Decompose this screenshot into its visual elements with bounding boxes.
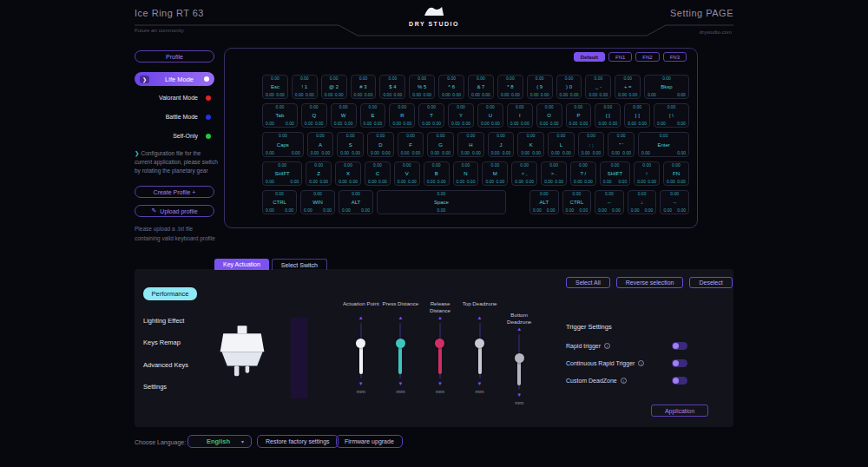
key-r[interactable]: 0.00R0.000.00 bbox=[389, 103, 415, 128]
key-space[interactable]: 0.00Space0.00 bbox=[377, 190, 506, 214]
reverse-selection-button[interactable]: Reverse selection bbox=[616, 277, 684, 288]
key-9[interactable]: 0.00( 90.000.00 bbox=[527, 75, 553, 99]
key-1[interactable]: 0.00! 10.000.00 bbox=[292, 75, 318, 99]
key-o[interactable]: 0.00O0.000.00 bbox=[536, 103, 562, 128]
nav-item-performance[interactable]: Performance bbox=[143, 287, 197, 300]
application-button[interactable]: Application bbox=[651, 405, 708, 417]
key-key[interactable]: 0.00" '0.000.00 bbox=[608, 132, 635, 156]
profile-button[interactable]: Profile bbox=[135, 50, 214, 62]
toggle-continuous-rapid-trigger[interactable] bbox=[672, 359, 687, 367]
key-ctrl[interactable]: 0.00CTRL0.000.00 bbox=[562, 190, 592, 214]
key-8[interactable]: 0.00* 80.000.00 bbox=[497, 75, 523, 99]
key-key[interactable]: 0.00: ;0.000.00 bbox=[578, 132, 605, 156]
key-key[interactable]: 0.00←0.000.00 bbox=[595, 190, 624, 214]
key-key[interactable]: 0.00> .0.000.00 bbox=[541, 161, 567, 186]
key-p[interactable]: 0.00P0.000.00 bbox=[566, 103, 592, 128]
mode-item-self-only[interactable]: Self-Only bbox=[135, 130, 214, 141]
slider-down-button[interactable]: ▼ bbox=[514, 391, 524, 398]
slider-knob[interactable] bbox=[475, 339, 484, 348]
nav-item-lighting-effect[interactable]: Lighting Effect bbox=[143, 316, 197, 326]
key-n[interactable]: 0.00N0.000.00 bbox=[453, 161, 479, 186]
key-b[interactable]: 0.00B0.000.00 bbox=[424, 161, 450, 186]
slider-track[interactable] bbox=[513, 334, 525, 390]
slider-knob[interactable] bbox=[356, 339, 365, 348]
key-key[interactable]: 0.00_ -0.000.00 bbox=[585, 75, 611, 99]
mode-item-life-mode[interactable]: ❯Life Mode bbox=[135, 72, 214, 86]
info-icon[interactable]: i bbox=[604, 343, 610, 349]
key-t[interactable]: 0.00T0.000.00 bbox=[418, 103, 444, 128]
key-alt[interactable]: 0.00ALT0.000.00 bbox=[529, 190, 559, 214]
key-caps[interactable]: 0.00Caps0.000.00 bbox=[262, 132, 304, 156]
key-2[interactable]: 0.00@ 20.000.00 bbox=[321, 75, 347, 99]
slider-knob[interactable] bbox=[396, 339, 405, 348]
key-fn[interactable]: 0.00FN0.000.00 bbox=[663, 161, 689, 186]
key-i[interactable]: 0.00I0.000.00 bbox=[507, 103, 533, 128]
toggle-custom-deadzone[interactable] bbox=[672, 377, 687, 385]
key-shift[interactable]: 0.00SHIFT0.000.00 bbox=[262, 161, 302, 186]
restore-factory-button[interactable]: Restore factory settings bbox=[257, 435, 339, 448]
key-x[interactable]: 0.00X0.000.00 bbox=[335, 161, 361, 186]
key-7[interactable]: 0.00& 70.000.00 bbox=[468, 75, 494, 99]
key-ctrl[interactable]: 0.00CTRL0.000.00 bbox=[262, 190, 297, 214]
nav-item-settings[interactable]: Settings bbox=[143, 382, 197, 391]
key-key[interactable]: 0.00< ,0.000.00 bbox=[511, 161, 537, 186]
key-s[interactable]: 0.00S0.000.00 bbox=[337, 132, 364, 156]
key-a[interactable]: 0.00A0.000.00 bbox=[307, 132, 334, 156]
layer-tab-default[interactable]: Default bbox=[574, 52, 605, 62]
key-h[interactable]: 0.00H0.000.00 bbox=[457, 132, 484, 156]
key-win[interactable]: 0.00WIN0.000.00 bbox=[300, 190, 335, 214]
key-3[interactable]: 0.00# 30.000.00 bbox=[351, 75, 377, 99]
key-4[interactable]: 0.00$ 40.000.00 bbox=[379, 75, 405, 99]
key-d[interactable]: 0.00D0.000.00 bbox=[367, 132, 394, 156]
slider-track[interactable] bbox=[355, 323, 367, 378]
key-u[interactable]: 0.00U0.000.00 bbox=[477, 103, 503, 128]
slider-up-button[interactable]: ▲ bbox=[475, 314, 485, 321]
slider-up-button[interactable]: ▲ bbox=[435, 314, 445, 321]
nav-item-advanced-keys[interactable]: Advanced Keys bbox=[143, 360, 197, 370]
key-z[interactable]: 0.00Z0.000.00 bbox=[306, 161, 332, 186]
key-key[interactable]: 0.00| \0.000.00 bbox=[654, 103, 689, 128]
key-key[interactable]: 0.00↑0.000.00 bbox=[634, 161, 660, 186]
create-profile-button[interactable]: Create Profile + bbox=[135, 186, 214, 198]
key-key[interactable]: 0.00? /0.000.00 bbox=[570, 161, 596, 186]
key-shift[interactable]: 0.00SHIFT0.000.00 bbox=[600, 161, 630, 186]
slider-up-button[interactable]: ▲ bbox=[395, 314, 405, 321]
key-e[interactable]: 0.00E0.000.00 bbox=[360, 103, 386, 128]
slider-track[interactable] bbox=[434, 323, 446, 378]
key-m[interactable]: 0.00M0.000.00 bbox=[482, 161, 508, 186]
key-y[interactable]: 0.00Y0.000.00 bbox=[448, 103, 474, 128]
slider-down-button[interactable]: ▼ bbox=[475, 380, 485, 387]
tab-key-actuation[interactable]: Key Actuation bbox=[214, 259, 269, 270]
key-key[interactable]: 0.00→0.000.00 bbox=[660, 190, 689, 214]
mode-item-valorant-mode[interactable]: Valorant Mode bbox=[135, 92, 214, 103]
key-6[interactable]: 0.00^ 60.000.00 bbox=[438, 75, 464, 99]
info-icon[interactable]: i bbox=[621, 378, 627, 384]
slider-down-button[interactable]: ▼ bbox=[395, 380, 405, 387]
key-k[interactable]: 0.00K0.000.00 bbox=[517, 132, 544, 156]
upload-profile-button[interactable]: ✎Upload profile bbox=[135, 205, 214, 217]
key-0[interactable]: 0.00) 00.000.00 bbox=[556, 75, 582, 99]
key-j[interactable]: 0.00J0.000.00 bbox=[488, 132, 515, 156]
select-all-button[interactable]: Select All bbox=[566, 277, 610, 288]
toggle-rapid-trigger[interactable] bbox=[672, 342, 687, 350]
slider-knob[interactable] bbox=[435, 339, 444, 348]
slider-track[interactable] bbox=[474, 323, 486, 378]
layer-tab-fn1[interactable]: FN1 bbox=[608, 52, 632, 62]
language-select[interactable]: English ▾ bbox=[187, 435, 252, 448]
layer-tab-fn2[interactable]: FN2 bbox=[635, 52, 659, 62]
tab-select-switch[interactable]: Select Switch bbox=[272, 259, 327, 270]
key-bksp[interactable]: 0.00Bksp0.000.00 bbox=[644, 75, 689, 99]
slider-down-button[interactable]: ▼ bbox=[435, 380, 445, 387]
info-icon[interactable]: i bbox=[638, 360, 644, 366]
key-key[interactable]: 0.00} ]0.000.00 bbox=[624, 103, 650, 128]
key-tab[interactable]: 0.00Tab0.000.00 bbox=[262, 103, 298, 128]
mode-item-battle-mode[interactable]: Battle Mode bbox=[135, 111, 214, 122]
key-esc[interactable]: 0.00Esc0.000.00 bbox=[262, 75, 288, 99]
key-alt[interactable]: 0.00ALT0.000.00 bbox=[339, 190, 373, 214]
key-key[interactable]: 0.00↓0.000.00 bbox=[628, 190, 657, 214]
key-key[interactable]: 0.00{ [0.000.00 bbox=[595, 103, 621, 128]
slider-knob[interactable] bbox=[515, 353, 524, 363]
firmware-upgrade-button[interactable]: Firmware upgrade bbox=[336, 435, 403, 448]
key-v[interactable]: 0.00V0.000.00 bbox=[394, 161, 420, 186]
key-enter[interactable]: 0.00Enter0.000.00 bbox=[638, 132, 689, 156]
